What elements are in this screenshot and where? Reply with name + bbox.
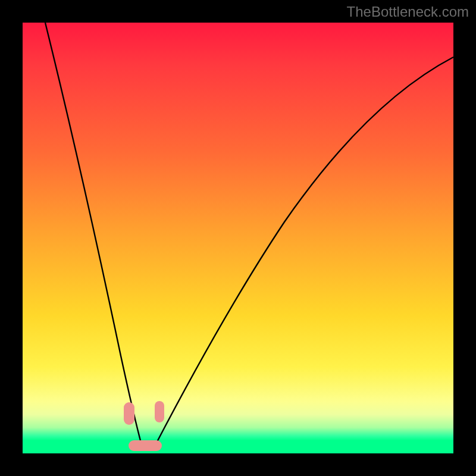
marker-right-lobe bbox=[155, 401, 164, 422]
bottleneck-curve bbox=[23, 23, 453, 453]
plot-area bbox=[23, 23, 453, 453]
marker-bottom-bar bbox=[129, 440, 162, 451]
watermark-text: TheBottleneck.com bbox=[347, 4, 469, 20]
marker-left-lobe bbox=[124, 402, 134, 425]
